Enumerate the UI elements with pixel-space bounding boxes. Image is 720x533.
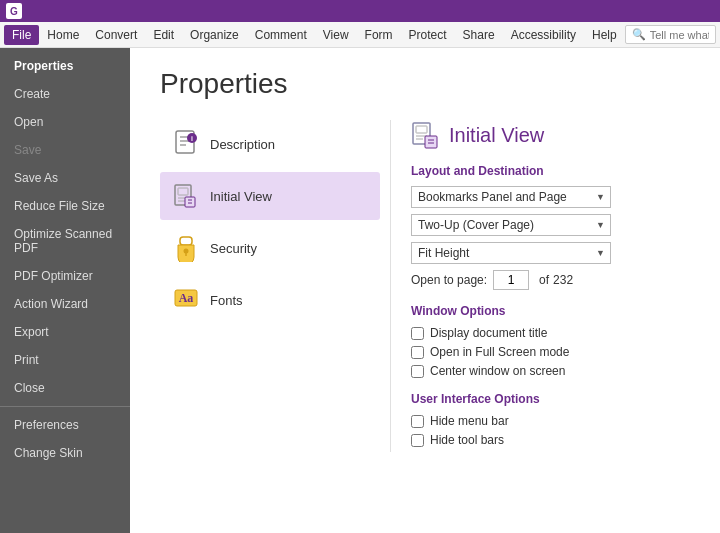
description-icon: i bbox=[172, 130, 200, 158]
menu-accessibility[interactable]: Accessibility bbox=[503, 25, 584, 45]
sidebar-item-optimize-scanned-pdf[interactable]: Optimize Scanned PDF bbox=[0, 220, 130, 262]
svg-rect-13 bbox=[180, 237, 192, 245]
checkbox-hide-menu[interactable] bbox=[411, 415, 424, 428]
sidebar: Properties Create Open Save Save As Redu… bbox=[0, 48, 130, 533]
svg-rect-19 bbox=[416, 126, 427, 133]
checkbox-label-hide-toolbars: Hide tool bars bbox=[430, 433, 504, 447]
prop-label-description: Description bbox=[210, 137, 275, 152]
layout-section-label: Layout and Destination bbox=[411, 164, 690, 178]
page-total: 232 bbox=[553, 273, 573, 287]
sidebar-item-change-skin[interactable]: Change Skin bbox=[0, 439, 130, 467]
prop-item-description[interactable]: i Description bbox=[160, 120, 380, 168]
menu-form[interactable]: Form bbox=[357, 25, 401, 45]
security-icon bbox=[172, 234, 200, 262]
svg-text:i: i bbox=[191, 135, 193, 142]
ui-options-label: User Interface Options bbox=[411, 392, 690, 406]
menu-convert[interactable]: Convert bbox=[87, 25, 145, 45]
menu-edit[interactable]: Edit bbox=[145, 25, 182, 45]
checkbox-row-center-window: Center window on screen bbox=[411, 364, 690, 378]
sidebar-item-save: Save bbox=[0, 136, 130, 164]
page-layout-dropdown[interactable]: Two-Up (Cover Page) Single Page Continuo… bbox=[411, 214, 611, 236]
checkbox-label-display-title: Display document title bbox=[430, 326, 547, 340]
prop-label-initial-view: Initial View bbox=[210, 189, 272, 204]
page-of-label: of bbox=[539, 273, 549, 287]
svg-text:Aa: Aa bbox=[179, 291, 194, 305]
menu-file[interactable]: File bbox=[4, 25, 39, 45]
checkbox-display-title[interactable] bbox=[411, 327, 424, 340]
svg-rect-22 bbox=[425, 136, 437, 148]
prop-label-security: Security bbox=[210, 241, 257, 256]
checkbox-hide-toolbars[interactable] bbox=[411, 434, 424, 447]
menu-bar: File Home Convert Edit Organize Comment … bbox=[0, 22, 720, 48]
checkbox-fullscreen[interactable] bbox=[411, 346, 424, 359]
dropdown-row-1: Bookmarks Panel and Page Page Only Full … bbox=[411, 186, 690, 208]
checkbox-row-hide-toolbars: Hide tool bars bbox=[411, 433, 690, 447]
menu-organize[interactable]: Organize bbox=[182, 25, 247, 45]
svg-point-14 bbox=[184, 249, 189, 254]
app-icon: G bbox=[6, 3, 22, 19]
sidebar-item-create[interactable]: Create bbox=[0, 80, 130, 108]
prop-label-fonts: Fonts bbox=[210, 293, 243, 308]
panel-title: Initial View bbox=[449, 124, 544, 147]
sidebar-item-print[interactable]: Print bbox=[0, 346, 130, 374]
right-panel: Initial View Layout and Destination Book… bbox=[401, 120, 690, 452]
property-list: i Description bbox=[160, 120, 380, 452]
checkbox-row-hide-menu: Hide menu bar bbox=[411, 414, 690, 428]
svg-rect-7 bbox=[178, 188, 188, 195]
ui-options-section: User Interface Options Hide menu bar Hid… bbox=[411, 392, 690, 447]
page-number-input[interactable] bbox=[493, 270, 529, 290]
menu-protect[interactable]: Protect bbox=[401, 25, 455, 45]
menu-view[interactable]: View bbox=[315, 25, 357, 45]
menu-help[interactable]: Help bbox=[584, 25, 625, 45]
sidebar-item-export[interactable]: Export bbox=[0, 318, 130, 346]
sidebar-item-close[interactable]: Close bbox=[0, 374, 130, 402]
checkbox-row-fullscreen: Open in Full Screen mode bbox=[411, 345, 690, 359]
search-input[interactable] bbox=[650, 29, 709, 41]
sidebar-item-save-as[interactable]: Save As bbox=[0, 164, 130, 192]
open-to-page-row: Open to page: of 232 bbox=[411, 270, 690, 290]
layout-wrapper: i Description bbox=[160, 120, 690, 452]
checkbox-label-hide-menu: Hide menu bar bbox=[430, 414, 509, 428]
checkbox-label-fullscreen: Open in Full Screen mode bbox=[430, 345, 569, 359]
panel-divider bbox=[390, 120, 391, 452]
panel-title-row: Initial View bbox=[411, 120, 690, 150]
sidebar-item-open[interactable]: Open bbox=[0, 108, 130, 136]
top-bar: G bbox=[0, 0, 720, 22]
dropdown-row-2: Two-Up (Cover Page) Single Page Continuo… bbox=[411, 214, 690, 236]
dropdown-wrapper-3: Fit Height Fit Page Fit Width Actual Siz… bbox=[411, 242, 611, 264]
sidebar-item-preferences[interactable]: Preferences bbox=[0, 411, 130, 439]
fonts-icon: Aa bbox=[172, 286, 200, 314]
dropdown-wrapper-1: Bookmarks Panel and Page Page Only Full … bbox=[411, 186, 611, 208]
open-to-page-label: Open to page: bbox=[411, 273, 487, 287]
panel-title-icon bbox=[411, 120, 441, 150]
initial-view-icon bbox=[172, 182, 200, 210]
sidebar-item-pdf-optimizer[interactable]: PDF Optimizer bbox=[0, 262, 130, 290]
prop-item-fonts[interactable]: Aa Fonts bbox=[160, 276, 380, 324]
search-box: 🔍 bbox=[625, 25, 716, 44]
prop-item-initial-view[interactable]: Initial View bbox=[160, 172, 380, 220]
checkbox-label-center-window: Center window on screen bbox=[430, 364, 565, 378]
sidebar-item-properties[interactable]: Properties bbox=[0, 52, 130, 80]
checkbox-row-display-title: Display document title bbox=[411, 326, 690, 340]
sidebar-item-action-wizard[interactable]: Action Wizard bbox=[0, 290, 130, 318]
menu-home[interactable]: Home bbox=[39, 25, 87, 45]
checkbox-center-window[interactable] bbox=[411, 365, 424, 378]
magnification-dropdown[interactable]: Fit Height Fit Page Fit Width Actual Siz… bbox=[411, 242, 611, 264]
window-options-label: Window Options bbox=[411, 304, 690, 318]
prop-item-security[interactable]: Security bbox=[160, 224, 380, 272]
content-area: Properties i bbox=[130, 48, 720, 533]
layout-dropdown[interactable]: Bookmarks Panel and Page Page Only Full … bbox=[411, 186, 611, 208]
search-icon: 🔍 bbox=[632, 28, 646, 41]
sidebar-item-reduce-file-size[interactable]: Reduce File Size bbox=[0, 192, 130, 220]
dropdown-wrapper-2: Two-Up (Cover Page) Single Page Continuo… bbox=[411, 214, 611, 236]
dropdown-row-3: Fit Height Fit Page Fit Width Actual Siz… bbox=[411, 242, 690, 264]
menu-comment[interactable]: Comment bbox=[247, 25, 315, 45]
main-layout: Properties Create Open Save Save As Redu… bbox=[0, 48, 720, 533]
menu-share[interactable]: Share bbox=[455, 25, 503, 45]
page-title: Properties bbox=[160, 68, 690, 100]
sidebar-divider bbox=[0, 406, 130, 407]
window-options-section: Window Options Display document title Op… bbox=[411, 304, 690, 378]
svg-rect-10 bbox=[185, 197, 195, 207]
